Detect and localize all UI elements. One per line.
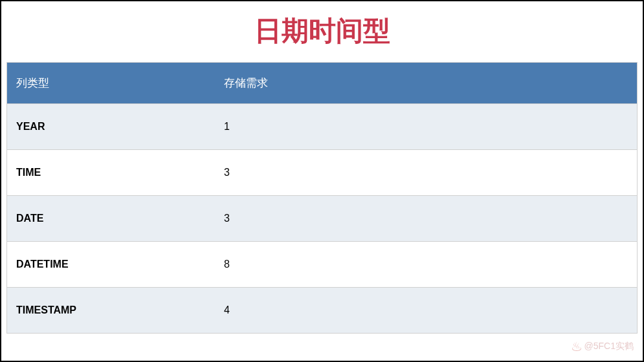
cell-type: TIMESTAMP [7,288,215,334]
slide-container: 日期时间型 列类型 存储需求 YEAR 1 TIME 3 DATE [1,1,643,361]
watermark-text: @5FC1实鹤 [584,341,634,352]
table-row: YEAR 1 [7,104,638,150]
cell-type: TIME [7,150,215,196]
page-title: 日期时间型 [1,1,643,62]
table-row: DATE 3 [7,196,638,242]
data-types-table: 列类型 存储需求 YEAR 1 TIME 3 DATE 3 DATE [6,62,638,334]
table-row: TIME 3 [7,150,638,196]
header-col-storage: 存储需求 [215,63,638,104]
header-col-type: 列类型 [7,63,215,104]
flame-icon: ♨ [571,339,583,354]
watermark: ♨ @5FC1实鹤 [571,339,634,354]
table-row: DATETIME 8 [7,242,638,288]
table-header-row: 列类型 存储需求 [7,63,638,104]
table-wrapper: 列类型 存储需求 YEAR 1 TIME 3 DATE 3 DATE [1,62,643,334]
cell-storage: 3 [215,196,638,242]
cell-type: DATETIME [7,242,215,288]
cell-storage: 8 [215,242,638,288]
cell-type: YEAR [7,104,215,150]
table-row: TIMESTAMP 4 [7,288,638,334]
cell-type: DATE [7,196,215,242]
cell-storage: 1 [215,104,638,150]
cell-storage: 3 [215,150,638,196]
cell-storage: 4 [215,288,638,334]
